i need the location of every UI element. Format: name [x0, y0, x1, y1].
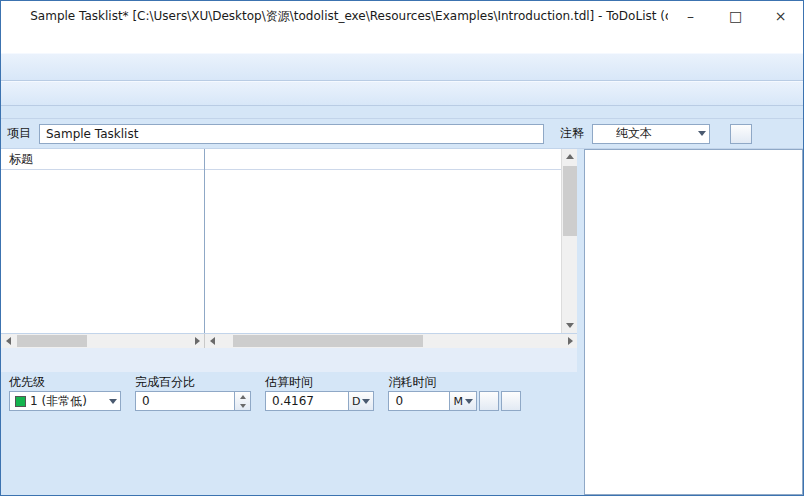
comments-format-value: 纯文本 [616, 125, 691, 142]
time-spent-input[interactable]: 0 [388, 391, 450, 411]
chevron-down-icon [698, 131, 706, 136]
secondary-toolbar [1, 81, 803, 106]
scroll-down-arrow[interactable] [562, 318, 578, 333]
project-label: 项目 [7, 125, 31, 142]
comments-splitter[interactable] [577, 149, 584, 495]
tree-horizontal-scrollbar[interactable] [1, 334, 205, 348]
title-column-header[interactable]: 标题 [1, 149, 204, 170]
scroll-up-arrow[interactable] [562, 149, 578, 164]
scrollbar-thumb[interactable] [17, 335, 87, 347]
comments-panel[interactable] [584, 149, 803, 495]
vertical-scrollbar[interactable] [561, 149, 577, 333]
comments-popout-button[interactable] [730, 124, 752, 144]
add-time-button[interactable] [501, 391, 521, 411]
window-title: Sample Tasklist* [C:\Users\XU\Desktop\资源… [30, 8, 668, 25]
estimate-unit-button[interactable]: D [349, 391, 374, 411]
note-button-icon [734, 127, 748, 141]
scrollbar-thumb[interactable] [563, 166, 577, 236]
scroll-left-arrow[interactable] [1, 334, 15, 348]
clock-icon [482, 394, 496, 408]
estimated-time-input[interactable]: 0.4167 [265, 391, 349, 411]
scroll-left-arrow[interactable] [205, 334, 219, 348]
scroll-right-arrow[interactable] [190, 334, 204, 348]
app-logo-icon [9, 8, 24, 24]
task-tree-pane: 标题 [1, 149, 205, 333]
track-time-button[interactable] [479, 391, 499, 411]
project-input[interactable]: Sample Tasklist [39, 124, 544, 144]
comments-format-select[interactable]: 纯文本 [592, 124, 710, 144]
priority-label: 优先级 [9, 375, 121, 389]
minimize-button[interactable]: – [668, 1, 713, 31]
titlebar: Sample Tasklist* [C:\Users\XU\Desktop\资源… [1, 1, 803, 31]
view-tabbar [1, 348, 577, 372]
percent-complete-label: 完成百分比 [135, 375, 251, 389]
app-window: Sample Tasklist* [C:\Users\XU\Desktop\资源… [0, 0, 804, 496]
task-grid-pane [205, 149, 561, 333]
main-content: 标题 [1, 149, 803, 495]
close-button[interactable]: × [758, 1, 803, 31]
scrollbar-thumb[interactable] [233, 335, 423, 347]
window-controls: – □ × [668, 1, 803, 31]
attribute-panel: 优先级 1 (非常低) 完成百分比 0 估算时间 [1, 372, 577, 495]
chevron-down-icon [109, 399, 117, 404]
grid-horizontal-scrollbar[interactable] [205, 334, 577, 348]
menubar [1, 31, 803, 53]
filter-panel [1, 106, 803, 119]
priority-color-swatch [15, 396, 26, 407]
project-value: Sample Tasklist [46, 127, 138, 141]
main-toolbar [1, 53, 803, 81]
maximize-button[interactable]: □ [713, 1, 758, 31]
percent-complete-input[interactable]: 0 [135, 391, 235, 411]
percent-spinner[interactable] [235, 391, 251, 411]
comments-label: 注释 [560, 125, 584, 142]
estimated-time-label: 估算时间 [265, 375, 374, 389]
project-bar: 项目 Sample Tasklist 注释 纯文本 [1, 119, 803, 149]
plus-icon [505, 395, 517, 407]
scroll-right-arrow[interactable] [563, 334, 577, 348]
task-area: 标题 [1, 149, 577, 495]
spent-unit-button[interactable]: M [450, 391, 477, 411]
plain-text-format-icon [598, 127, 612, 141]
priority-select[interactable]: 1 (非常低) [9, 391, 121, 411]
time-spent-label: 消耗时间 [388, 375, 521, 389]
